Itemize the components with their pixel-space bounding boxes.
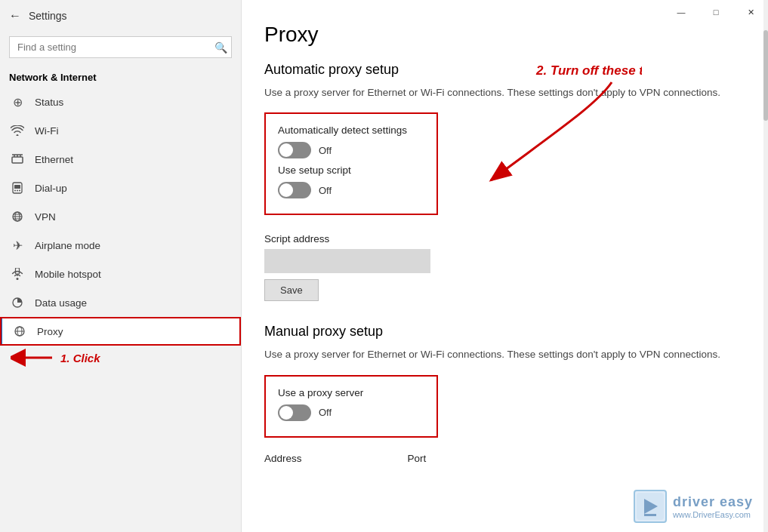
click-arrow xyxy=(11,349,56,367)
proxy-nav-wrapper: Proxy xyxy=(0,317,241,346)
scrollbar-thumb xyxy=(763,30,768,121)
proxy-icon xyxy=(13,324,26,338)
svg-point-9 xyxy=(19,190,20,192)
proxy-server-state: Off xyxy=(319,407,332,418)
port-label: Port xyxy=(408,453,427,464)
sidebar-item-label: Airplane mode xyxy=(35,240,100,251)
airplane-icon: ✈ xyxy=(11,238,24,252)
svg-point-7 xyxy=(14,190,16,192)
click-label: 1. Click xyxy=(60,352,100,364)
sidebar-section-title: Network & Internet xyxy=(0,66,241,88)
sidebar-item-wifi[interactable]: Wi-Fi xyxy=(0,116,241,145)
sidebar-item-label: Wi-Fi xyxy=(35,125,58,137)
dialup-icon xyxy=(11,181,24,195)
titlebar: ← Settings xyxy=(0,0,241,32)
sidebar-item-status[interactable]: ⊕ Status xyxy=(0,88,241,116)
sidebar-item-datausage[interactable]: Data usage xyxy=(0,288,241,317)
sidebar-item-label: Data usage xyxy=(35,297,87,309)
auto-toggles-box: Automatically detect settings Off Use se… xyxy=(264,112,438,215)
minimize-button[interactable]: — xyxy=(664,0,699,24)
detect-settings-label: Automatically detect settings xyxy=(278,125,424,136)
ethernet-icon xyxy=(11,152,24,166)
watermark-url: www.DriverEasy.com xyxy=(673,510,753,519)
sidebar-item-proxy[interactable]: Proxy xyxy=(0,317,241,346)
detect-settings-row: Off xyxy=(278,142,424,158)
main-content: — □ ✕ Proxy Automatic proxy setup Use a … xyxy=(242,0,768,532)
sidebar-item-label: Status xyxy=(35,97,63,108)
maximize-button[interactable]: □ xyxy=(699,0,733,24)
app-title: Settings xyxy=(29,10,67,22)
svg-rect-6 xyxy=(14,185,20,189)
svg-rect-0 xyxy=(12,157,23,163)
turn-off-arrow: 2. Turn off these toggles xyxy=(430,60,642,211)
sidebar: ← Settings 🔍 Network & Internet ⊕ Status… xyxy=(0,0,242,532)
vpn-icon xyxy=(11,210,24,223)
datausage-icon xyxy=(11,296,24,309)
manual-section-heading: Manual proxy setup xyxy=(264,324,738,340)
window-controls: — □ ✕ xyxy=(664,0,768,24)
back-button[interactable]: ← xyxy=(9,9,21,23)
script-address-label: Script address xyxy=(264,233,738,244)
wifi-icon xyxy=(11,124,24,137)
search-input[interactable] xyxy=(9,36,232,58)
search-icon[interactable]: 🔍 xyxy=(214,42,227,54)
address-label: Address xyxy=(264,453,302,464)
setup-script-label: Use setup script xyxy=(278,165,424,176)
svg-point-8 xyxy=(17,190,18,192)
driver-easy-logo xyxy=(634,490,667,523)
sidebar-item-dialup[interactable]: Dial-up xyxy=(0,174,241,202)
manual-section: Manual proxy setup Use a proxy server fo… xyxy=(264,324,738,463)
sidebar-item-label: Proxy xyxy=(37,326,63,337)
click-annotation: 1. Click xyxy=(0,346,241,367)
watermark-text: driver easy www.DriverEasy.com xyxy=(673,494,753,519)
save-button[interactable]: Save xyxy=(264,279,319,301)
sidebar-item-label: Ethernet xyxy=(35,154,73,165)
sidebar-item-airplane[interactable]: ✈ Airplane mode xyxy=(0,231,241,260)
setup-script-toggle[interactable] xyxy=(278,182,311,198)
search-box: 🔍 xyxy=(9,36,232,58)
hotspot-icon xyxy=(11,267,24,281)
proxy-server-toggle[interactable] xyxy=(278,404,311,421)
detect-settings-toggle[interactable] xyxy=(278,142,311,158)
sidebar-item-label: Dial-up xyxy=(35,183,67,194)
sidebar-item-ethernet[interactable]: Ethernet xyxy=(0,145,241,174)
svg-rect-26 xyxy=(644,514,656,516)
manual-section-desc: Use a proxy server for Ethernet or Wi-Fi… xyxy=(264,347,738,362)
script-address-input[interactable] xyxy=(264,249,430,273)
setup-script-row: Off xyxy=(278,182,424,198)
scrollbar[interactable] xyxy=(763,0,768,532)
sidebar-item-vpn[interactable]: VPN xyxy=(0,202,241,231)
page-title: Proxy xyxy=(264,23,738,47)
proxy-server-toggle-row: Off xyxy=(278,404,424,421)
detect-settings-state: Off xyxy=(319,145,332,156)
setup-script-state: Off xyxy=(319,185,332,196)
watermark-brand: driver easy xyxy=(673,494,753,510)
script-address-section: Script address Save xyxy=(264,233,738,316)
watermark: driver easy www.DriverEasy.com xyxy=(634,490,753,523)
back-icon: ← xyxy=(9,9,21,23)
proxy-server-box: Use a proxy server Off xyxy=(264,375,438,438)
content-area: Proxy Automatic proxy setup Use a proxy … xyxy=(242,0,768,532)
status-icon: ⊕ xyxy=(11,95,24,109)
proxy-server-label: Use a proxy server xyxy=(278,387,424,398)
addr-port-row: Address Port xyxy=(264,453,738,464)
svg-text:2. Turn off these toggles: 2. Turn off these toggles xyxy=(535,63,642,78)
sidebar-item-label: VPN xyxy=(35,211,56,223)
sidebar-item-label: Mobile hotspot xyxy=(35,269,101,280)
sidebar-item-hotspot[interactable]: Mobile hotspot xyxy=(0,260,241,288)
